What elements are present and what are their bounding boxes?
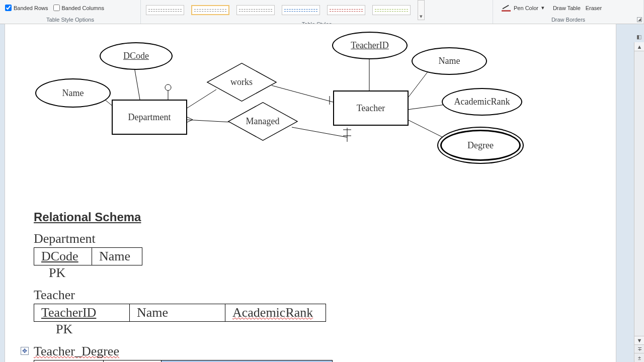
dialog-launcher-icon[interactable]: ◢ — [637, 17, 642, 22]
erd-entity-department: Department — [112, 100, 187, 135]
scroll-up-arrow-icon[interactable]: ▲ — [634, 42, 644, 51]
table-style-thumbnail[interactable] — [282, 5, 320, 15]
er-diagram: Name DCode Department works Managed Teac… — [5, 24, 616, 190]
schema-table-name-teacher: Teacher — [34, 288, 587, 303]
ribbon: Banded Rows Banded Columns Table Style O… — [0, 0, 644, 24]
erd-attr-name-dept: Name — [35, 78, 111, 108]
td-empty-selected-cell[interactable] — [162, 360, 333, 363]
banded-columns-box[interactable] — [53, 5, 60, 11]
schema-table-teacher-degree[interactable]: TeacherID Degree — [34, 360, 333, 362]
document-viewport: Name DCode Department works Managed Teac… — [0, 24, 644, 362]
schema-table-name-teacher-degree: Teacher_Degree — [34, 344, 587, 359]
erd-attr-degree-multivalued: Degree — [440, 130, 521, 161]
chevron-down-icon: ▾ — [541, 5, 544, 11]
banded-columns-checkbox[interactable]: Banded Columns — [53, 5, 104, 11]
vertical-scrollbar[interactable]: ▲ ▼ ∓ ± — [634, 42, 644, 362]
dept-col-name: Name — [99, 249, 130, 263]
ribbon-group-label-borders: Draw Borders — [498, 16, 638, 24]
svg-line-8 — [408, 105, 445, 110]
pen-icon — [502, 5, 511, 12]
table-anchor-icon[interactable]: ✥ — [21, 347, 29, 355]
ribbon-group-draw-borders: Pen Color ▾ Draw Table Eraser Draw Borde… — [493, 0, 644, 24]
pen-color-dropdown[interactable]: Pen Color ▾ — [498, 3, 548, 13]
eraser-button[interactable]: Eraser — [586, 5, 602, 11]
table-style-thumbnail-selected[interactable] — [191, 5, 229, 15]
table-style-thumbnail[interactable] — [146, 5, 184, 15]
prev-page-icon[interactable]: ∓ — [634, 345, 644, 353]
svg-line-4 — [185, 120, 231, 122]
teacher-col-rank: AcademicRank — [232, 305, 313, 320]
ribbon-group-label-options: Table Style Options — [5, 16, 135, 24]
teacher-pk-label: PK — [34, 322, 587, 337]
dept-col-dcode: DCode — [41, 249, 78, 263]
schema-table-department: DCode Name — [34, 247, 142, 265]
teacher-col-name: Name — [137, 305, 168, 320]
svg-line-7 — [407, 72, 428, 100]
schema-table-name-department: Department — [34, 231, 587, 246]
erd-attr-name-teacher: Name — [412, 47, 487, 75]
teacher-col-id: TeacherID — [41, 305, 96, 320]
relational-schema-section: Relational Schema Department DCode Name … — [34, 210, 587, 362]
table-style-thumbnail[interactable] — [327, 5, 365, 15]
erd-entity-teacher: Teacher — [333, 90, 409, 126]
schema-table-teacher: TeacherID Name AcademicRank — [34, 304, 326, 322]
banded-rows-checkbox[interactable]: Banded Rows — [5, 5, 48, 11]
banded-rows-box[interactable] — [5, 5, 12, 11]
document-page[interactable]: Name DCode Department works Managed Teac… — [5, 24, 616, 362]
erd-attr-dcode: DCode — [100, 42, 173, 70]
draw-table-button[interactable]: Draw Table — [553, 5, 581, 11]
banded-columns-label: Banded Columns — [62, 5, 104, 11]
scroll-down-arrow-icon[interactable]: ▼ — [634, 336, 644, 345]
banded-rows-label: Banded Rows — [14, 5, 48, 11]
ruler-toggle-icon[interactable]: ◧ — [634, 31, 644, 42]
erd-relationship-works: works — [211, 59, 272, 105]
ribbon-group-table-styles: ▾ Table Styles — [141, 0, 493, 24]
erd-attr-academic-rank: AcademicRank — [442, 88, 522, 116]
table-styles-more-button[interactable]: ▾ — [418, 0, 425, 20]
schema-heading: Relational Schema — [34, 210, 587, 224]
svg-point-11 — [165, 84, 171, 90]
erd-relationship-managed: Managed — [232, 99, 293, 144]
table-style-thumbnail[interactable] — [372, 5, 411, 15]
ribbon-group-table-style-options: Banded Rows Banded Columns Table Style O… — [0, 0, 141, 24]
pen-color-label: Pen Color — [514, 5, 538, 11]
svg-line-5 — [292, 127, 347, 137]
next-page-icon[interactable]: ± — [634, 353, 644, 362]
table-style-thumbnail[interactable] — [236, 5, 275, 15]
dept-pk-label: PK — [34, 265, 587, 281]
erd-attr-teacherid: TeacherID — [332, 32, 408, 59]
erd-connectors — [5, 24, 616, 190]
